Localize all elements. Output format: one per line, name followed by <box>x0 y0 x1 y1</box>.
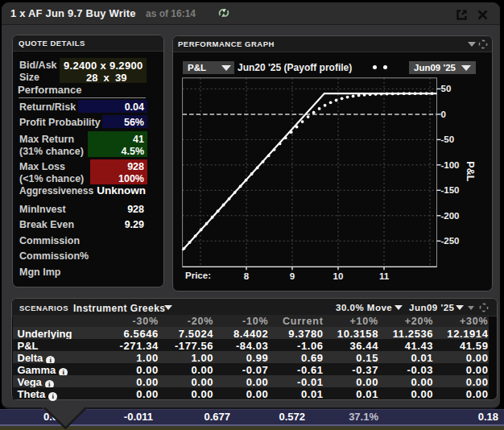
svg-text:-250: -250 <box>441 236 460 246</box>
svg-text:-100: -100 <box>441 160 460 170</box>
svg-text:10: 10 <box>333 271 344 281</box>
svg-text:9: 9 <box>290 271 295 281</box>
svg-text:P&L: P&L <box>465 161 476 181</box>
svg-text:50: 50 <box>441 84 452 93</box>
svg-text:-50: -50 <box>441 134 455 144</box>
svg-text:11: 11 <box>379 271 390 281</box>
svg-text:0: 0 <box>441 110 446 119</box>
svg-text:8: 8 <box>244 271 250 281</box>
svg-text:-200: -200 <box>441 211 460 221</box>
svg-text:-150: -150 <box>441 185 460 195</box>
